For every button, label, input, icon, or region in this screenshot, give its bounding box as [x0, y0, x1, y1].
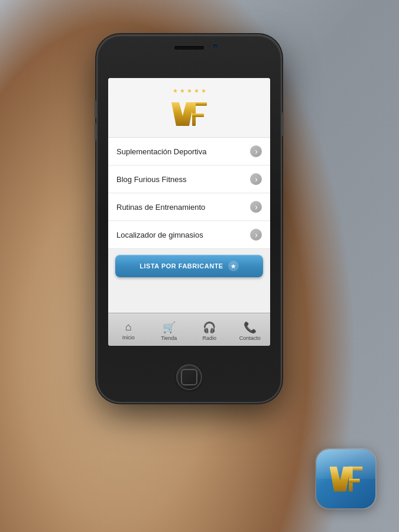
- fab-button-area: LISTA POR FABRICANTE ★: [108, 249, 270, 283]
- menu-list: Suplementación Deportiva Blog Furious Fi…: [108, 138, 270, 249]
- volume-down-button: [95, 123, 96, 141]
- svg-rect-3: [192, 113, 204, 117]
- star-3: ★: [187, 87, 192, 94]
- tab-radio[interactable]: 🎧 Radio: [189, 313, 230, 346]
- menu-item-suplementacion[interactable]: Suplementación Deportiva: [108, 138, 270, 166]
- menu-item-localizador-label: Localizador de gimnasios: [116, 231, 203, 239]
- tab-radio-label: Radio: [202, 335, 216, 341]
- star-1: ★: [173, 87, 178, 94]
- phone-camera: [213, 44, 218, 49]
- chevron-icon-localizador: [250, 229, 262, 241]
- home-button[interactable]: [176, 364, 202, 390]
- home-button-inner: [181, 369, 197, 385]
- tab-inicio[interactable]: ⌂ Inicio: [108, 313, 149, 346]
- menu-item-suplementacion-label: Suplementación Deportiva: [116, 147, 206, 156]
- app-logo: [166, 98, 213, 130]
- lista-fabricante-button[interactable]: LISTA POR FABRICANTE ★: [115, 255, 263, 277]
- svg-marker-0: [171, 102, 194, 126]
- chevron-icon-suplementacion: [250, 145, 262, 157]
- tab-tienda[interactable]: 🛒 Tienda: [149, 313, 190, 346]
- star-5: ★: [201, 87, 206, 94]
- phone-icon: 📞: [244, 321, 257, 334]
- fab-star-icon: ★: [228, 261, 239, 271]
- app-icon: [316, 449, 375, 508]
- power-button: [282, 112, 284, 136]
- svg-rect-5: [349, 466, 362, 471]
- cart-icon: 🛒: [163, 321, 176, 334]
- volume-up-button: [95, 100, 96, 118]
- star-4: ★: [194, 87, 199, 94]
- phone-mockup: ★ ★ ★ ★ ★: [98, 35, 281, 402]
- menu-item-rutinas-label: Rutinas de Entrenamiento: [116, 203, 205, 212]
- screen-header: ★ ★ ★ ★ ★: [108, 78, 270, 138]
- svg-marker-4: [329, 466, 350, 491]
- tab-bar: ⌂ Inicio 🛒 Tienda 🎧 Radio 📞 Contacto: [108, 313, 270, 346]
- tab-inicio-label: Inicio: [122, 335, 135, 340]
- headphones-icon: 🎧: [203, 321, 216, 334]
- chevron-icon-rutinas: [250, 201, 262, 213]
- menu-item-blog-label: Blog Furious Fitness: [116, 175, 187, 184]
- tab-contacto-label: Contacto: [239, 335, 261, 341]
- phone-body: ★ ★ ★ ★ ★: [98, 35, 281, 402]
- menu-item-rutinas[interactable]: Rutinas de Entrenamiento: [108, 193, 270, 221]
- menu-item-blog[interactable]: Blog Furious Fitness: [108, 166, 270, 193]
- fab-label: LISTA POR FABRICANTE: [140, 262, 223, 270]
- tab-contacto[interactable]: 📞 Contacto: [230, 313, 271, 346]
- svg-rect-7: [349, 479, 360, 483]
- menu-item-localizador[interactable]: Localizador de gimnasios: [108, 221, 270, 249]
- chevron-icon-blog: [250, 173, 262, 185]
- tab-tienda-label: Tienda: [161, 335, 177, 341]
- star-2: ★: [180, 87, 185, 94]
- home-icon: ⌂: [125, 321, 132, 333]
- phone-speaker: [174, 46, 204, 50]
- stars-row: ★ ★ ★ ★ ★: [173, 87, 206, 94]
- phone-screen: ★ ★ ★ ★ ★: [108, 78, 270, 346]
